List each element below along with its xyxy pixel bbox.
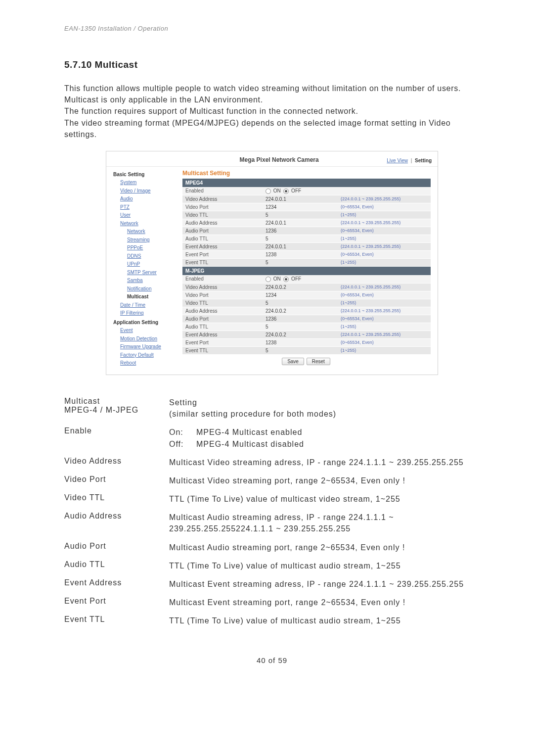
sidebar-item-system[interactable]: System (113, 179, 182, 187)
definition-desc: Multicast Event streaming adress, IP - r… (169, 578, 480, 590)
radio-on[interactable] (266, 277, 271, 282)
definitions: Multicast MPEG-4 / M-JPEGSetting (simila… (64, 390, 480, 634)
sidebar-item-multicast[interactable]: Multicast (113, 293, 182, 301)
definition-row: Video TTLTTL (Time To Live) value of mul… (64, 493, 480, 505)
page-header: EAN-1350 Installation / Operation (64, 25, 480, 32)
row-value[interactable]: 224.0.0.2 (263, 331, 338, 338)
sidebar-item-video[interactable]: Video / Image (113, 187, 182, 195)
sidebar-item-motion[interactable]: Motion Detection (113, 335, 182, 343)
definition-desc: TTL (Time To Live) value of multicast au… (169, 560, 480, 571)
row-label: Video TTL (182, 299, 263, 307)
sidebar-item-audio[interactable]: Audio (113, 195, 182, 203)
table-row: Video TTL5(1~255) (182, 299, 431, 307)
sidebar-item-user[interactable]: User (113, 211, 182, 220)
row-value[interactable]: 5 (263, 258, 338, 266)
row-value[interactable]: 1236 (263, 315, 338, 323)
row-value[interactable]: ON OFF (263, 275, 338, 283)
definition-row: Audio PortMulticast Audio streaming port… (64, 542, 480, 553)
row-label: Event TTL (182, 346, 263, 354)
table-row: Audio TTL5(1~255) (182, 235, 431, 242)
row-value[interactable]: 5 (263, 299, 338, 307)
row-hint: (0~65534, Even) (338, 203, 431, 211)
sidebar-item-notification[interactable]: Notification (113, 285, 182, 293)
definition-desc: TTL (Time To Live) value of multicast au… (169, 615, 480, 626)
intro-paragraph: This function allows multiple people to … (64, 83, 480, 140)
sidebar-item-event[interactable]: Event (113, 327, 182, 335)
row-value[interactable]: 5 (263, 346, 338, 354)
radio-off[interactable] (283, 277, 289, 282)
panel-content: Multicast Setting MPEG4Enabled ON OFFVid… (182, 170, 431, 368)
row-hint: (1~255) (338, 235, 431, 242)
reset-button[interactable]: Reset (307, 358, 330, 365)
row-label: Enabled (182, 187, 263, 195)
panel-header: Mega Pixel Network Camera Live View | Se… (106, 151, 438, 167)
row-hint: (0~65534, Even) (338, 250, 431, 258)
sidebar-item-smtp[interactable]: SMTP Server (113, 269, 182, 277)
sidebar-item-factory[interactable]: Factory Default (113, 351, 182, 360)
definition-desc: TTL (Time To Live) value of multicast vi… (169, 493, 480, 505)
row-value[interactable]: ON OFF (263, 187, 338, 195)
panel-title: Mega Pixel Network Camera (172, 156, 387, 163)
row-hint: (1~255) (338, 346, 431, 354)
sidebar-item-network-sub[interactable]: Network (113, 228, 182, 236)
table-row: Video Port1234(0~65534, Even) (182, 203, 431, 211)
table-row: Audio Address224.0.0.1(224.0.0.1 ~ 239.2… (182, 219, 431, 227)
row-hint (338, 187, 431, 195)
sidebar-item-streaming[interactable]: Streaming (113, 236, 182, 244)
table-row: Event TTL5(1~255) (182, 346, 431, 354)
definition-row: Multicast MPEG-4 / M-JPEGSetting (simila… (64, 397, 480, 420)
row-label: Event Address (182, 242, 263, 250)
row-value[interactable]: 5 (263, 211, 338, 219)
sidebar-item-pppoe[interactable]: PPPoE (113, 244, 182, 252)
row-value[interactable]: 224.0.0.2 (263, 307, 338, 315)
row-value[interactable]: 1236 (263, 227, 338, 235)
definition-term: Event Address (64, 578, 169, 590)
sidebar-item-firmware[interactable]: Firmware Upgrade (113, 343, 182, 351)
row-value[interactable]: 224.0.0.1 (263, 219, 338, 227)
definition-desc: Multicast Event streaming port, range 2~… (169, 597, 480, 608)
row-hint: (1~255) (338, 299, 431, 307)
row-value[interactable]: 5 (263, 235, 338, 242)
table-row: Audio Address224.0.0.2(224.0.0.1 ~ 239.2… (182, 307, 431, 315)
sidebar-item-ipfilter[interactable]: IP Filtering (113, 309, 182, 318)
sidebar-item-network[interactable]: Network (113, 220, 182, 228)
sidebar-item-ptz[interactable]: PTZ (113, 203, 182, 212)
definition-term: Video Port (64, 475, 169, 486)
sidebar-item-upnp[interactable]: UPnP (113, 260, 182, 269)
definition-row: Event TTLTTL (Time To Live) value of mul… (64, 615, 480, 626)
definition-term: Audio Port (64, 542, 169, 553)
sidebar-item-reboot[interactable]: Reboot (113, 359, 182, 368)
radio-on[interactable] (266, 189, 271, 194)
row-label: Event Port (182, 250, 263, 258)
row-value[interactable]: 224.0.0.1 (263, 195, 338, 203)
save-button[interactable]: Save (282, 358, 304, 365)
row-label: Audio Port (182, 227, 263, 235)
table-row: Event TTL5(1~255) (182, 258, 431, 266)
table-row: Enabled ON OFF (182, 187, 431, 195)
row-hint: (1~255) (338, 258, 431, 266)
table-row: Event Address224.0.0.1(224.0.0.1 ~ 239.2… (182, 242, 431, 250)
sidebar-item-datetime[interactable]: Date / Time (113, 301, 182, 310)
row-value[interactable]: 1238 (263, 338, 338, 346)
table-group-header: M-JPEG (182, 266, 431, 275)
definition-term: Multicast MPEG-4 / M-JPEG (64, 397, 169, 420)
sidebar-item-samba[interactable]: Samba (113, 277, 182, 285)
setting-link[interactable]: Setting (415, 158, 432, 163)
row-value[interactable]: 1234 (263, 291, 338, 299)
table-row: Enabled ON OFF (182, 275, 431, 283)
definition-row: Audio AddressMulticast Audio streaming a… (64, 512, 480, 534)
page-footer: 40 of 59 (64, 656, 480, 664)
row-value[interactable]: 1234 (263, 203, 338, 211)
row-label: Video Address (182, 195, 263, 203)
sidebar-item-ddns[interactable]: DDNS (113, 252, 182, 261)
definition-term: Audio TTL (64, 560, 169, 571)
live-view-link[interactable]: Live View (387, 158, 408, 163)
row-value[interactable]: 5 (263, 323, 338, 331)
row-value[interactable]: 224.0.0.1 (263, 242, 338, 250)
row-value[interactable]: 1238 (263, 250, 338, 258)
radio-off[interactable] (283, 189, 289, 194)
content-title: Multicast Setting (182, 170, 431, 177)
table-row: Audio TTL5(1~255) (182, 323, 431, 331)
row-value[interactable]: 224.0.0.2 (263, 283, 338, 291)
row-hint: (1~255) (338, 211, 431, 219)
